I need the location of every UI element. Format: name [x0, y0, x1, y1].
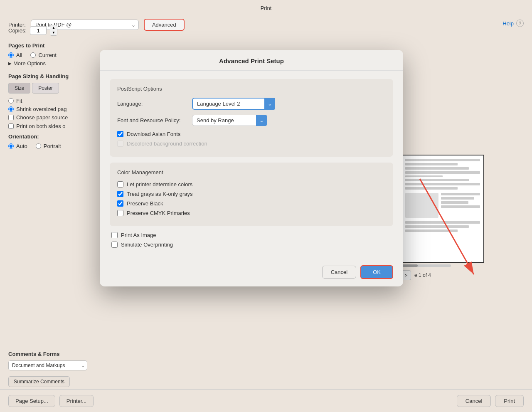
modal-ok-button[interactable]: OK	[360, 265, 393, 279]
postscript-section: PostScript Options Language: Language Le…	[110, 79, 393, 157]
language-select[interactable]: Language Level 2 Language Level 3	[192, 98, 275, 110]
postscript-title: PostScript Options	[117, 86, 386, 92]
discolored-bg-checkbox[interactable]	[117, 141, 123, 147]
language-row: Language: Language Level 2 Language Leve…	[117, 98, 386, 110]
font-policy-label: Font and Resource Policy:	[117, 117, 188, 123]
preserve-cmyk-checkbox[interactable]	[117, 210, 123, 216]
simulate-overprinting-checkbox[interactable]	[111, 242, 118, 248]
modal-header: Advanced Print Setup	[100, 50, 403, 71]
color-management-section: Color Management Let printer determine c…	[110, 163, 393, 226]
modal-overlay: Advanced Print Setup PostScript Options …	[0, 0, 532, 412]
font-policy-wrap: Send by Range Send at Start Send Each Pa…	[192, 115, 267, 126]
treat-grays-row: Treat grays as K-only grays	[117, 191, 386, 197]
simulate-overprinting-label: Simulate Overprinting	[121, 242, 173, 248]
language-label: Language:	[117, 101, 188, 107]
preserve-black-label: Preserve Black	[127, 200, 163, 207]
print-as-image-label: Print As Image	[121, 232, 156, 238]
let-printer-label: Let printer determine colors	[127, 181, 192, 187]
treat-grays-checkbox[interactable]	[117, 191, 123, 197]
font-policy-select[interactable]: Send by Range Send at Start Send Each Pa…	[192, 115, 267, 126]
treat-grays-label: Treat grays as K-only grays	[127, 191, 192, 197]
download-asian-fonts-checkbox[interactable]	[117, 131, 123, 137]
modal-footer: Cancel OK	[100, 259, 403, 286]
print-background: Print Printer: Print to PDF @ Advanced H…	[0, 0, 532, 412]
language-select-wrap: Language Level 2 Language Level 3	[192, 98, 275, 110]
modal-cancel-button[interactable]: Cancel	[322, 266, 356, 279]
download-asian-fonts-label: Download Asian Fonts	[127, 131, 180, 137]
preserve-cmyk-label: Preserve CMYK Primaries	[127, 210, 190, 216]
advanced-print-setup-modal: Advanced Print Setup PostScript Options …	[100, 50, 403, 286]
font-policy-row: Font and Resource Policy: Send by Range …	[117, 115, 386, 126]
download-asian-fonts-row: Download Asian Fonts	[117, 131, 386, 137]
preserve-black-checkbox[interactable]	[117, 200, 123, 207]
discolored-bg-row: Discolored background correction	[117, 141, 386, 147]
preserve-black-row: Preserve Black	[117, 200, 386, 207]
print-as-image-row: Print As Image	[110, 232, 393, 238]
discolored-bg-label: Discolored background correction	[127, 141, 207, 147]
color-management-title: Color Management	[117, 169, 386, 175]
modal-title: Advanced Print Setup	[219, 57, 284, 64]
preserve-cmyk-row: Preserve CMYK Primaries	[117, 210, 386, 216]
let-printer-checkbox[interactable]	[117, 181, 123, 187]
simulate-overprinting-row: Simulate Overprinting	[110, 242, 393, 248]
let-printer-row: Let printer determine colors	[117, 181, 386, 187]
modal-body: PostScript Options Language: Language Le…	[100, 71, 403, 259]
print-as-image-checkbox[interactable]	[111, 232, 118, 238]
